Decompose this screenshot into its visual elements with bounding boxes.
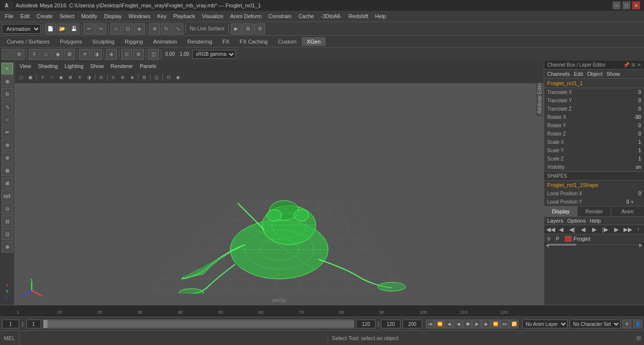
char-set-select[interactable]: No Character Set [570,320,621,328]
channel-translate-x[interactable]: Translate X 0 [544,88,644,96]
menu-help[interactable]: Help [372,12,389,20]
channel-scale-x[interactable]: Scale X 1 [544,138,644,146]
pb-step-back-btn[interactable]: ⏪ [435,320,444,328]
ch-translate-x-value[interactable]: 0 [626,90,641,95]
anim-char-btn[interactable]: 👤 [633,320,642,328]
vp-clipping-btn[interactable]: ⊡ [164,73,173,82]
vp-xray2-btn[interactable]: ◈ [128,73,136,82]
paint-select-btn[interactable]: ◈ [134,23,145,34]
layer-nav-prev[interactable]: ◀| [568,226,576,233]
menu-display[interactable]: Display [101,12,125,20]
right-panel-scrollbar[interactable]: ◀ ▶ [544,243,644,246]
total-frames-input[interactable] [402,320,422,328]
title-bar-controls[interactable]: ─ □ ✕ [613,1,640,9]
pivot-btn[interactable]: ⊙ [1,203,13,214]
vp-ao-btn[interactable]: ◑ [85,73,93,82]
select-btn[interactable]: ⊹ [111,23,121,34]
menu-key[interactable]: Key [154,12,169,20]
light-btn[interactable]: ☀ [79,49,90,60]
rotate-btn[interactable]: ↻ [161,23,172,34]
redo-btn[interactable]: ↪ [95,23,106,34]
cb-object[interactable]: Object [587,71,602,77]
ch-scale-y-value[interactable]: 1 [626,148,641,153]
layer-nav-up[interactable]: ↑ [634,226,642,233]
menu-windows[interactable]: Windows [126,12,154,20]
layer-nav-right[interactable]: ▶ [590,226,598,233]
ch-local-pos-y-value[interactable]: 0 ▼ [626,199,641,205]
channel-rotate-z[interactable]: Rotate Z 0 [544,130,644,138]
texture-btn[interactable]: ⊠ [64,49,75,60]
viewport[interactable]: View Shading Lighting Show Renderer Pane… [15,61,544,305]
tab-fx[interactable]: FX [218,37,234,46]
minimize-button[interactable]: ─ [613,1,621,9]
vp-menu-shading[interactable]: Shading [35,62,61,70]
paint-btn[interactable]: ✏ [1,126,13,138]
channel-visibility[interactable]: Visibility on [544,163,644,171]
ch-rotate-x-value[interactable]: -90 [626,115,641,120]
vp-hud-btn[interactable]: ⊟ [97,73,106,82]
ch-scale-z-value[interactable]: 1 [626,156,641,161]
vp-menu-renderer[interactable]: Renderer [108,62,136,70]
ch-translate-y-value[interactable]: 0 [626,98,641,103]
ch-rotate-z-value[interactable]: 0 [626,131,641,137]
soft-mod-btn[interactable]: ⊚ [1,139,13,151]
tab-animation[interactable]: Animation [148,37,182,46]
tab-xgen[interactable]: XGen [302,37,325,46]
render-settings-btn[interactable]: ⚙ [254,23,265,34]
vp-smooth2-btn[interactable]: ◉ [57,73,66,82]
scale-btn[interactable]: ⤡ [173,23,183,34]
view-btn[interactable]: ⊞ [14,49,24,60]
end-frame-input[interactable] [356,320,376,328]
show-manip-btn[interactable]: ⊠ [1,164,13,176]
cb-edit[interactable]: Edit [574,71,583,77]
cb-show[interactable]: Show [606,71,620,77]
shadow-btn[interactable]: ◑ [91,49,102,60]
timeline-ruler[interactable]: 1 10 20 30 40 50 60 70 80 90 100 110 120 [0,305,644,317]
tab-rendering[interactable]: Rendering [182,37,217,46]
layers-menu-layers[interactable]: Layers [547,218,563,224]
channel-translate-z[interactable]: Translate Z 0 [544,105,644,113]
vp-menu-view[interactable]: View [17,62,34,70]
menu-edit[interactable]: Edit [18,12,33,20]
layer-nav-left[interactable]: ◀ [579,226,587,233]
menu-file[interactable]: File [2,12,17,20]
layer-visibility-toggle[interactable]: V [547,236,554,242]
isolate-btn[interactable]: ◈ [106,49,117,60]
layout-btn[interactable]: ⊕ [1,241,13,253]
gamma-select[interactable]: sRGB gamma [192,50,236,59]
select-tool-btn[interactable]: ↖ [1,63,13,74]
vp-wire-btn[interactable]: □ [47,73,56,82]
menu-create[interactable]: Create [34,12,56,20]
display-tab-render[interactable]: Render [577,207,611,216]
move-btn[interactable]: ⊕ [149,23,160,34]
vp-res-btn[interactable]: ◫ [152,73,161,82]
layer-nav-next2[interactable]: ▶ [612,226,620,233]
new-scene-btn[interactable]: 📄 [45,23,56,34]
vp-snap2-btn[interactable]: ⊕ [118,73,127,82]
channel-rotate-x[interactable]: Rotate X -90 [544,113,644,121]
layer-nav-prev2[interactable]: ◀ [557,226,565,233]
open-scene-btn[interactable]: 📂 [57,23,67,34]
menu-cache[interactable]: Cache [295,12,317,20]
vp-film-btn[interactable]: ▣ [26,73,35,82]
vp-menu-show[interactable]: Show [88,62,107,70]
channel-rotate-y[interactable]: Rotate Y 0 [544,121,644,130]
playback-end-input[interactable] [381,320,400,328]
menu-playback[interactable]: Playback [170,12,198,20]
tab-sculpting[interactable]: Sculpting [88,37,119,46]
menu-redshift[interactable]: Redshift [346,12,371,20]
camera-btn[interactable]: 🎥 [2,49,13,60]
channel-local-pos-y[interactable]: Local Position Y 0 ▼ [544,198,644,206]
lasso-btn[interactable]: ⊡ [122,23,133,34]
pb-loop-btn[interactable]: 🔁 [510,320,518,328]
vp-isolate2-btn[interactable]: ◉ [174,73,182,82]
anim-layer-select[interactable]: No Anim Layer [522,320,568,328]
wireframe-btn[interactable]: □ [41,49,51,60]
pb-step-fwd-btn[interactable]: ⏩ [491,320,500,328]
tab-custom[interactable]: Custom [273,37,302,46]
rotate-tool-btn[interactable]: ↻ [1,88,13,100]
tab-polygons[interactable]: Polygons [55,37,87,46]
pb-next-frame-btn[interactable]: ▶ [482,320,490,328]
ch-rotate-y-value[interactable]: 0 [626,123,641,128]
current-frame-input[interactable] [2,320,19,328]
